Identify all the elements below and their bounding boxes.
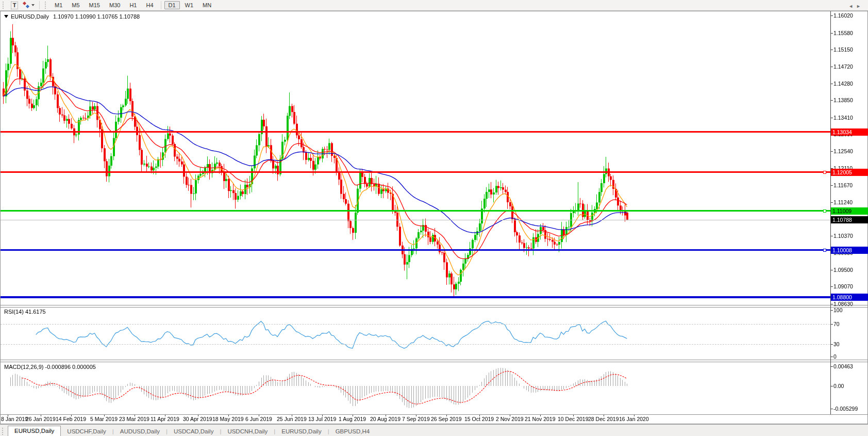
arrow-style-button[interactable] — [22, 1, 36, 9]
arrow-style-icon — [23, 2, 29, 8]
date-axis-label: 8 Jan 2019 — [1, 416, 28, 422]
tab-usdcad-daily[interactable]: USDCAD,Daily — [168, 427, 220, 436]
date-axis-label: 16 Jan 2020 — [619, 416, 649, 422]
macd-label: MACD(12,26,9) -0.000896 0.000005 — [4, 364, 96, 370]
splitter-main-rsi[interactable] — [1, 305, 867, 305]
date-axis-label: 14 Feb 2019 — [56, 416, 86, 422]
timeframe-button-d1[interactable]: D1 — [164, 1, 180, 9]
rsi-axis-tick-label: 100 — [833, 307, 867, 313]
price-axis-tick-label: 1.13850 — [833, 97, 867, 103]
macd-axis-tick-label: -0.005299 — [833, 406, 867, 412]
price-tag: 1.10008 — [831, 247, 868, 254]
level-line-marker[interactable] — [823, 171, 826, 174]
tab-scroll-right-icon[interactable]: ► — [856, 4, 864, 9]
rsi-axis-tick-label: 70 — [833, 321, 867, 327]
price-axis-tick-label: 1.15580 — [833, 30, 867, 36]
timeframe-button-h4[interactable]: H4 — [142, 1, 157, 9]
level-line-1.11009[interactable] — [1, 210, 830, 212]
splitter-rsi-macd[interactable] — [1, 360, 867, 360]
rsi-guide-line — [1, 324, 830, 325]
date-axis-label: 15 Oct 2019 — [464, 416, 494, 422]
timeframe-button-h1[interactable]: H1 — [125, 1, 141, 9]
date-axis-label: 13 Jul 2019 — [308, 416, 336, 422]
macd-axis-tick-label: 0.00 — [833, 383, 867, 389]
toolbar-separator — [161, 1, 161, 9]
price-tag: 1.12005 — [831, 169, 868, 176]
tab-audusd-daily[interactable]: AUDUSD,Daily — [114, 427, 166, 436]
date-axis-label: 21 Nov 2019 — [525, 416, 556, 422]
price-axis-tick-label: 1.12540 — [833, 148, 867, 154]
toolbar-grip-2[interactable] — [45, 2, 47, 9]
level-line-1.10008[interactable] — [1, 249, 830, 251]
level-line-marker[interactable] — [823, 249, 826, 252]
collapse-chart-icon[interactable] — [4, 15, 8, 18]
price-axis-tick-label: 1.16020 — [833, 12, 867, 19]
current-price-line — [1, 220, 830, 220]
tab-scroll-left-icon[interactable]: ◄ — [848, 4, 856, 9]
terminal-window: T M1M5M15M30H1H4D1W1MN EURUSD,Daily 1.10… — [0, 0, 868, 436]
level-line-marker[interactable] — [823, 209, 826, 213]
date-axis-label: 1 Aug 2019 — [339, 416, 366, 422]
macd-axis-tick-label: 0.00463 — [833, 363, 867, 369]
price-axis-tick-label: 1.13410 — [833, 115, 867, 121]
text-tool-icon: T — [11, 2, 19, 9]
timeframe-button-mn[interactable]: MN — [198, 1, 215, 9]
tab-scroll-arrows: ◄► — [848, 4, 864, 9]
tab-gbpusd-h4[interactable]: GBPUSD,H4 — [329, 427, 376, 436]
level-line-1.08800[interactable] — [1, 296, 830, 298]
timeframe-button-m1[interactable]: M1 — [51, 1, 66, 9]
price-axis-tick-label: 1.08630 — [833, 301, 867, 307]
date-axis-label: 18 May 2019 — [212, 416, 244, 422]
price-axis-tick-label: 1.09500 — [833, 267, 867, 273]
chart-title-symbol: EURUSD,Daily — [11, 13, 49, 20]
price-axis-tick-label: 1.11670 — [833, 182, 867, 188]
price-tag: 1.08800 — [831, 294, 868, 301]
price-axis-tick-label: 1.14280 — [833, 80, 867, 87]
toolbar-grip[interactable] — [3, 2, 5, 9]
timeframe-button-m15[interactable]: M15 — [85, 1, 104, 9]
rsi-axis-tick-label: 0 — [833, 353, 867, 360]
date-axis-label: 5 Mar 2019 — [90, 416, 118, 422]
tabbar-grip[interactable] — [2, 428, 5, 435]
price-tag: 1.13034 — [831, 128, 868, 136]
date-axis-label: 30 Apr 2019 — [183, 416, 212, 422]
level-line-1.12005[interactable] — [1, 171, 830, 173]
text-tool-button[interactable]: T — [9, 1, 20, 9]
macd-bottom-border — [1, 414, 867, 415]
date-axis-label: 2 Nov 2019 — [496, 416, 524, 422]
rsi-guide-line — [1, 344, 830, 345]
tab-usdcnh-daily[interactable]: USDCNH,Daily — [221, 427, 274, 436]
splitter-main-rsi-lower — [1, 307, 867, 308]
timeframe-button-m5[interactable]: M5 — [68, 1, 84, 9]
chart-title-quotes: 1.10970 1.10990 1.10765 1.10788 — [53, 13, 140, 20]
current-price-tag: 1.10788 — [831, 216, 868, 223]
tab-eurusd-daily[interactable]: EURUSD,Daily — [275, 427, 327, 436]
date-axis-label: 10 Dec 2019 — [558, 416, 589, 422]
price-tag: 1.11009 — [831, 207, 868, 215]
rsi-axis-tick-label: 30 — [833, 341, 867, 347]
chart-tab-bar: EURUSD,DailyUSDCHF,Daily|AUDUSD,Daily|US… — [0, 424, 868, 436]
date-axis-label: 26 Sep 2019 — [431, 416, 462, 422]
date-axis-label: 28 Dec 2019 — [588, 416, 619, 422]
tab-usdchf-daily[interactable]: USDCHF,Daily — [61, 427, 112, 436]
date-axis-label: 20 Aug 2019 — [370, 416, 400, 422]
timeframe-button-m30[interactable]: M30 — [105, 1, 124, 9]
rsi-label: RSI(14) 41.6175 — [4, 309, 46, 315]
price-axis-tick-label: 1.11240 — [833, 199, 867, 205]
toolbar: T M1M5M15M30H1H4D1W1MN — [0, 0, 868, 11]
date-axis-label: 23 Mar 2019 — [119, 416, 149, 422]
price-axis-tick-label: 1.09070 — [833, 283, 867, 289]
date-axis-label: 26 Jan 2019 — [26, 416, 56, 422]
timeframe-button-w1[interactable]: W1 — [181, 1, 198, 9]
price-axis-tick-label: 1.15150 — [833, 46, 867, 53]
level-line-1.13034[interactable] — [1, 131, 830, 133]
date-axis-label: 6 Jun 2019 — [245, 416, 272, 422]
date-axis-label: 11 Apr 2019 — [151, 416, 179, 422]
date-axis-label: 7 Sep 2019 — [402, 416, 430, 422]
tab-eurusd-daily[interactable]: EURUSD,Daily — [8, 426, 61, 436]
chevron-down-icon — [31, 4, 35, 6]
price-axis-tick-label: 1.10370 — [833, 233, 867, 239]
date-axis-label: 25 Jun 2019 — [277, 416, 307, 422]
price-axis-tick-label: 1.14720 — [833, 63, 867, 70]
splitter-rsi-macd-lower — [1, 362, 867, 362]
